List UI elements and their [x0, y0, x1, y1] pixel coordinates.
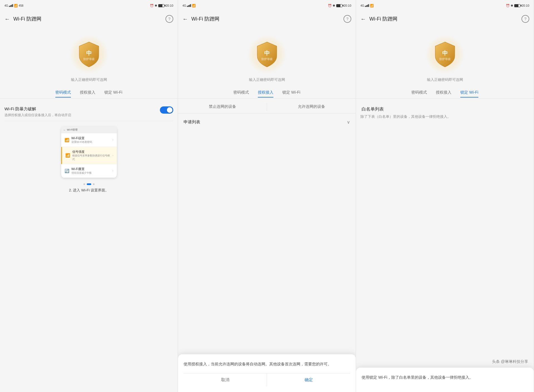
bar1 [9, 6, 10, 7]
time-1: 20:10 [165, 4, 173, 7]
help-button-3[interactable]: ? [521, 15, 529, 23]
bar2-2 [188, 5, 189, 7]
chevron-down-icon-2: ∨ [347, 119, 350, 125]
screenshot-header-1: ← Wi-Fi管理 [61, 127, 117, 133]
bar3 [11, 5, 12, 7]
svg-text:中: 中 [86, 50, 92, 56]
reset-item-title: Wi-Fi重置 [71, 167, 110, 171]
wifi-item-title: Wi-Fi设置 [71, 136, 110, 140]
wifi-icon-3: 📶 [370, 4, 374, 8]
battery-status-1: 458 [19, 4, 23, 7]
bar3-1 [365, 6, 366, 7]
status-bar-1: 4G 📶 458 ⏰ ✱ 20:10 [0, 0, 178, 11]
setting-text-1: Wi-Fi 防暴力破解 选择控权接入或信任设备接入后，将自动开启 [4, 106, 160, 118]
setting-desc-1: 选择控权接入或信任设备接入后，将自动开启 [4, 113, 160, 118]
wifi-item-desc: 设置Wi-Fi名称密码 [71, 140, 110, 144]
screenshot-item-signal[interactable]: 📶 信号强度 根据信号采率参数协调进行信号模式 › [61, 147, 117, 164]
shield-area-3: 中 防护等级 输入正确密码即可连网 [356, 27, 534, 88]
cancel-button-2[interactable]: 取消 [184, 373, 267, 386]
wifi-item-icon: 📶 [65, 138, 69, 142]
apply-row-2[interactable]: 申请列表 ∨ [182, 116, 351, 129]
tab-auth-2[interactable]: 授权接入 [258, 90, 273, 97]
shield-area-2: 中 防护等级 输入正确密码即可连网 [178, 27, 356, 88]
status-left-2: 4G 📶 [182, 4, 196, 8]
page-title-2: Wi-Fi 防蹭网 [191, 16, 340, 22]
bar2-1 [187, 6, 188, 7]
bar4 [12, 4, 13, 7]
status-right-1: ⏰ ✱ 20:10 [150, 4, 173, 8]
status-right-3: ⏰ ✱ 20:10 [506, 4, 529, 8]
app-header-2: ← Wi-Fi 防蹭网 ? [178, 11, 356, 27]
shield-icon-2: 中 防护等级 [254, 41, 280, 68]
app-header-1: ← Wi-Fi 防蹭网 ? [0, 11, 178, 27]
bar3-4 [368, 4, 369, 7]
status-left-1: 4G 📶 458 [4, 4, 23, 8]
auth-tabs-2: 禁止连网的设备 允许连网的设备 [178, 101, 356, 113]
battery-icon-1 [158, 4, 164, 7]
panel-1: 4G 📶 458 ⏰ ✱ 20:10 ← Wi-Fi 防蹭网 ? [0, 0, 178, 392]
signal-text-2: 4G [182, 4, 186, 7]
signal-item-text: 信号强度 根据信号采率参数协调进行信号模式 [72, 150, 110, 161]
dot-3 [93, 183, 95, 185]
svg-text:防护等级: 防护等级 [83, 58, 95, 61]
signal-bars-2 [187, 4, 191, 7]
wifi-item-text: Wi-Fi设置 设置Wi-Fi名称密码 [71, 136, 110, 144]
dot-2-active [87, 183, 91, 185]
dialog-2: 使用授权接入，当前允许连网的设备将自动连网。其他设备首次连网，需要您的许可。 取… [178, 354, 356, 392]
setting-row-1: Wi-Fi 防暴力破解 选择控权接入或信任设备接入后，将自动开启 [4, 103, 173, 121]
auth-tab-banned[interactable]: 禁止连网的设备 [178, 101, 267, 113]
battery-icon-2 [336, 4, 342, 7]
reset-arrow-icon: › [112, 169, 113, 172]
content-area-3: 白名单列表 除了下表（白名单）里的设备，其他设备一律拒绝接入。 [356, 99, 534, 392]
icons-row-3: ⏰ ✱ [506, 4, 513, 8]
screenshot-item-wifi[interactable]: 📶 Wi-Fi设置 设置Wi-Fi名称密码 › [61, 133, 117, 147]
dot-1 [83, 183, 85, 185]
dialog-3: 使用锁定 Wi-Fi，除了白名单里的设备，其他设备一律拒绝接入。 [356, 368, 534, 392]
back-button-3[interactable]: ← [360, 16, 366, 22]
tab-password-2[interactable]: 密码模式 [233, 90, 249, 97]
whitelist-title-3: 白名单列表 [362, 106, 528, 112]
help-button-1[interactable]: ? [165, 15, 173, 23]
tab-lock-1[interactable]: 锁定 Wi-Fi [104, 90, 122, 97]
tab-auth-1[interactable]: 授权接入 [80, 90, 95, 97]
setting-title-1: Wi-Fi 防暴力破解 [4, 106, 160, 112]
shield-icon-1: 中 防护等级 [76, 41, 102, 68]
shield-label-3: 输入正确密码即可连网 [427, 77, 463, 82]
tab-password-3[interactable]: 密码模式 [411, 90, 427, 97]
back-button-2[interactable]: ← [182, 16, 188, 22]
tab-password-1[interactable]: 密码模式 [55, 90, 71, 97]
bar2-3 [189, 5, 190, 7]
back-button-1[interactable]: ← [4, 16, 10, 22]
confirm-button-2[interactable]: 确定 [267, 373, 350, 386]
tab-lock-3[interactable]: 锁定 Wi-Fi [460, 90, 478, 97]
dots-row-1 [4, 183, 173, 185]
svg-text:中: 中 [442, 50, 448, 56]
screenshot-item-reset[interactable]: 🔄 Wi-Fi重置 优化信道减少卡顿 › [61, 164, 117, 178]
battery-icon-3 [514, 4, 520, 7]
shield-glow-3: 中 防护等级 [426, 35, 464, 74]
bar2 [10, 5, 11, 7]
shield-label-1: 输入正确密码即可连网 [71, 77, 107, 82]
screenshot-mockup-1: ← Wi-Fi管理 📶 Wi-Fi设置 设置Wi-Fi名称密码 › 📶 信号强度… [61, 127, 117, 178]
icons-row-2: ⏰ ✱ [328, 4, 335, 8]
help-button-2[interactable]: ? [343, 15, 351, 23]
toggle-1[interactable] [160, 106, 173, 114]
tab-lock-2[interactable]: 锁定 Wi-Fi [282, 90, 300, 97]
bar3-2 [366, 5, 367, 7]
tab-bar-3: 密码模式 授权接入 锁定 Wi-Fi [356, 88, 534, 99]
auth-tab-allowed[interactable]: 允许连网的设备 [267, 101, 356, 113]
signal-item-title: 信号强度 [72, 150, 110, 154]
signal-bars-3 [365, 4, 369, 7]
dialog-buttons-2: 取消 确定 [184, 373, 350, 386]
reset-item-text: Wi-Fi重置 优化信道减少卡顿 [71, 167, 110, 175]
wifi-icon-2: 📶 [192, 4, 196, 8]
shield-area-1: 中 防护等级 输入正确密码即可连网 [0, 27, 178, 88]
status-bar-2: 4G 📶 ⏰ ✱ 20:10 [178, 0, 356, 11]
step-label-1: 2. 进入 Wi-Fi 设置界面。 [4, 188, 173, 193]
apply-container: 申请列表 ∨ [178, 116, 356, 129]
page-title-3: Wi-Fi 防蹭网 [369, 16, 518, 22]
tab-auth-3[interactable]: 授权接入 [436, 90, 451, 97]
bar2-4 [190, 4, 191, 7]
reset-item-desc: 优化信道减少卡顿 [71, 171, 110, 175]
battery-fill-1 [159, 4, 162, 7]
